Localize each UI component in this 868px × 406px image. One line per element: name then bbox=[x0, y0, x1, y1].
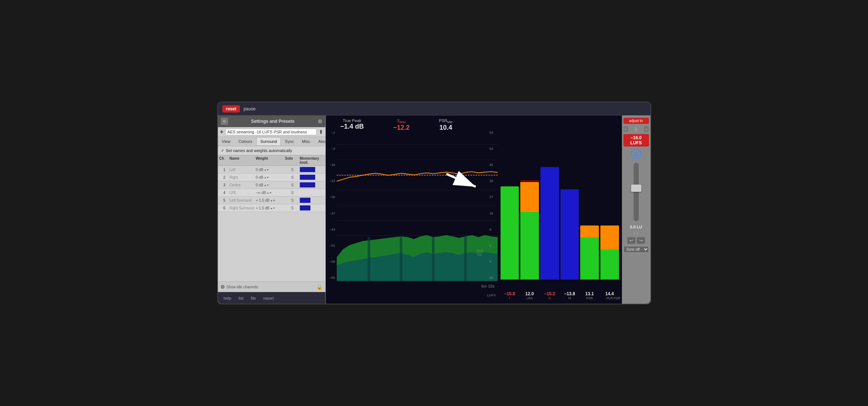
smax-group: SMax −12.2 bbox=[393, 118, 410, 132]
ch-bar bbox=[300, 205, 311, 210]
col-momentary: Momentary loud. bbox=[300, 156, 324, 164]
weight-arrows[interactable]: ▲▼ bbox=[264, 184, 269, 186]
weight-arrows[interactable]: ▲▼ bbox=[264, 176, 269, 179]
preset-bar: + AES streaming -16 LUFS PSR and loudnes… bbox=[218, 127, 325, 137]
ch-weight: 0 dB ▲▼ bbox=[256, 175, 285, 179]
fader-thumb[interactable] bbox=[631, 185, 641, 192]
unit-M: M bbox=[561, 296, 579, 300]
unit-S: S bbox=[540, 296, 559, 300]
ch-weight: + 1.5 dB ▲▼ bbox=[256, 198, 285, 202]
ry-label: 0 bbox=[489, 244, 499, 247]
tab-sync[interactable]: Sync bbox=[281, 137, 298, 146]
panel-wrench-icon[interactable]: ⚙ bbox=[318, 118, 322, 124]
ry-label: 45 bbox=[489, 163, 499, 167]
bar-LRA bbox=[520, 129, 539, 280]
report-button[interactable]: report bbox=[263, 296, 274, 300]
value-LRA: 12.0 bbox=[520, 291, 539, 296]
auto-names-check: ✓ bbox=[221, 148, 224, 153]
preset-select[interactable]: AES streaming -16 LUFS PSR and loudness bbox=[226, 129, 317, 135]
ch-solo[interactable]: S bbox=[285, 206, 300, 210]
auto-names-label: Set names and weights automatically bbox=[226, 148, 293, 153]
ry-label: 18 bbox=[489, 212, 499, 215]
ch-bar bbox=[300, 198, 311, 203]
ry-label: 9 bbox=[489, 228, 499, 231]
y-label: −37 bbox=[326, 212, 337, 215]
ch-bar bbox=[300, 182, 316, 187]
true-peak-value: −1.4 dB bbox=[340, 123, 364, 130]
psrmin-group: PSRMin 10.4 bbox=[439, 118, 453, 132]
bar-LRA-orange bbox=[520, 182, 539, 212]
label-LRA: 12.0 LRA bbox=[520, 291, 539, 300]
undo-button[interactable]: ↩ bbox=[627, 237, 635, 244]
file-button[interactable]: file bbox=[251, 296, 256, 300]
fader-container bbox=[623, 161, 649, 223]
panel-copy-icon: ⧉ bbox=[221, 118, 228, 125]
smax-value: −12.2 bbox=[393, 124, 410, 132]
bar-I-fill bbox=[501, 186, 519, 280]
ch-number: 1 bbox=[219, 168, 230, 172]
y-label: −44 bbox=[326, 228, 337, 231]
table-row: 2 Right 0 dB ▲▼ S bbox=[218, 174, 325, 181]
ry-label: 36 bbox=[489, 179, 499, 183]
ch-bar bbox=[300, 167, 316, 172]
bar-I bbox=[501, 129, 519, 280]
power-button[interactable]: ⏻ bbox=[631, 149, 641, 159]
ch-name: Right Surround bbox=[230, 206, 256, 210]
bar-S-fill bbox=[540, 167, 559, 280]
ch-bar-container bbox=[300, 182, 324, 187]
y-label: −30 bbox=[326, 195, 337, 199]
bar-PSR-orange bbox=[580, 225, 599, 238]
ch-name: LFE bbox=[230, 191, 256, 195]
ch-solo[interactable]: S bbox=[285, 175, 300, 179]
pause-button[interactable]: pause bbox=[244, 106, 256, 111]
preset-add-button[interactable]: + bbox=[220, 129, 223, 135]
tab-colours[interactable]: Colours bbox=[234, 137, 256, 146]
unit-I: I bbox=[501, 296, 519, 300]
weight-arrows[interactable]: ▲▼ bbox=[270, 207, 275, 209]
weight-arrows[interactable]: ▲▼ bbox=[267, 191, 272, 194]
channel-table: Ch Name Weight Solo Momentary loud. 1 Le… bbox=[218, 155, 325, 281]
y-label: −23 bbox=[326, 179, 337, 183]
ch-name: Centre bbox=[230, 183, 256, 187]
reset-button[interactable]: reset bbox=[222, 105, 240, 113]
panel-bottom: Show idle channels 🔒 bbox=[218, 281, 325, 292]
lu-annotation: +0.2LU bbox=[476, 249, 483, 256]
ch-solo[interactable]: S bbox=[285, 183, 300, 187]
auto-names-row: ✓ Set names and weights automatically bbox=[218, 146, 325, 155]
ch-bar-container bbox=[300, 167, 324, 172]
redo-button[interactable]: ↪ bbox=[637, 237, 645, 244]
fader-track[interactable] bbox=[634, 163, 639, 221]
col-solo: Solo bbox=[285, 156, 300, 164]
ch-bar-container bbox=[300, 205, 324, 210]
weight-arrows[interactable]: ▲▼ bbox=[264, 168, 269, 171]
sync-select[interactable]: Sync off bbox=[623, 246, 649, 253]
tab-misc[interactable]: Misc bbox=[298, 137, 314, 146]
y-label: −2 bbox=[326, 131, 337, 134]
preset-arrow-icon[interactable]: ⬆ bbox=[319, 129, 323, 135]
prev-button[interactable]: ‹ bbox=[623, 126, 629, 132]
adjust-to-button[interactable]: adjust to bbox=[623, 118, 649, 124]
ry-label: 54 bbox=[489, 147, 499, 151]
table-row: 6 Right Surround + 1.5 dB ▲▼ S bbox=[218, 204, 325, 212]
bar-PSR bbox=[580, 129, 599, 280]
tab-view[interactable]: View bbox=[218, 137, 235, 146]
ch-solo[interactable]: S bbox=[285, 191, 300, 195]
ch-solo[interactable]: S bbox=[285, 168, 300, 172]
tab-surround[interactable]: Surround bbox=[256, 137, 281, 146]
ch-number: 4 bbox=[219, 191, 230, 195]
ry-label: 27 bbox=[489, 195, 499, 199]
ch-solo[interactable]: S bbox=[285, 198, 300, 202]
lock-icon[interactable]: 🔒 bbox=[316, 284, 322, 290]
help-button[interactable]: help bbox=[224, 296, 231, 300]
bar-LRA-green bbox=[520, 212, 539, 280]
unit-PSR: PSR bbox=[580, 296, 599, 300]
y-label: −58 bbox=[326, 260, 337, 263]
psrmin-value: 10.4 bbox=[439, 124, 452, 132]
weight-arrows[interactable]: ▲▼ bbox=[270, 199, 275, 202]
timer-value: 6m 10s bbox=[481, 284, 494, 288]
next-button[interactable]: › bbox=[644, 126, 649, 132]
bar-PLR-green bbox=[600, 250, 619, 280]
tabs-row: View Colours Surround Sync Misc About bbox=[218, 137, 325, 146]
ch-bar-container bbox=[300, 198, 324, 203]
list-button[interactable]: list bbox=[238, 296, 243, 300]
